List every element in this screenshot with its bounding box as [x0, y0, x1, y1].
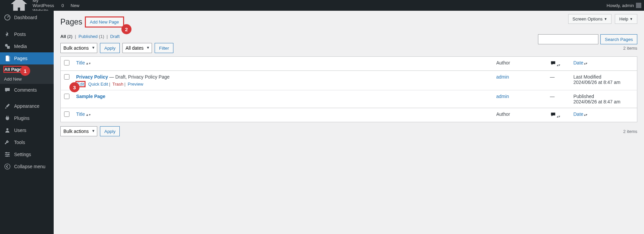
- table-row: Sample Page admin — Published 2024/06/26…: [61, 90, 637, 108]
- new-label: New: [71, 3, 79, 8]
- row-actions: Edit Quick Edit| Trash| Preview: [76, 82, 490, 87]
- chevron-down-icon: ▼: [604, 17, 607, 21]
- row-action-preview[interactable]: Preview: [128, 82, 143, 87]
- sidebar-item-dashboard[interactable]: Dashboard: [0, 11, 54, 24]
- apply-button-bottom[interactable]: Apply: [100, 126, 120, 136]
- dashboard-label: Dashboard: [14, 15, 37, 20]
- collapse-label: Collapse menu: [14, 164, 45, 169]
- row-checkbox[interactable]: [64, 74, 69, 80]
- media-label: Media: [14, 44, 27, 49]
- annotation-callout-2: 2: [121, 24, 131, 34]
- pages-icon: [4, 55, 11, 62]
- svg-point-7: [6, 155, 8, 157]
- avatar-icon: [636, 3, 641, 8]
- screen-options-button[interactable]: Screen Options ▼: [568, 14, 612, 24]
- sidebar-item-collapse[interactable]: Collapse menu: [0, 160, 54, 173]
- sidebar-item-posts[interactable]: Posts: [0, 28, 54, 40]
- plugins-label: Plugins: [14, 115, 30, 121]
- search-input[interactable]: [538, 34, 598, 44]
- wrench-icon: [4, 139, 11, 146]
- date-time: 2024/06/26 at 8:47 am: [574, 80, 634, 85]
- collapse-icon: [4, 163, 11, 170]
- select-all-bottom[interactable]: [64, 111, 69, 117]
- column-comments[interactable]: ▴▾: [547, 57, 570, 71]
- media-icon: [4, 43, 11, 50]
- brush-icon: [4, 103, 11, 109]
- page-title-link[interactable]: Privacy Policy: [76, 74, 108, 80]
- sidebar-item-appearance[interactable]: Appearance: [0, 100, 54, 112]
- column-comments-foot[interactable]: ▴▾: [547, 108, 570, 122]
- admin-topbar: My WordPress Website 0 New Howdy, admin: [0, 0, 644, 11]
- author-link[interactable]: admin: [496, 74, 509, 80]
- sort-icon: ▲▾: [86, 113, 91, 116]
- help-label: Help: [619, 16, 628, 21]
- posts-label: Posts: [14, 32, 26, 37]
- comments-cell: —: [547, 90, 570, 108]
- plug-icon: [4, 115, 11, 122]
- svg-point-8: [5, 164, 10, 169]
- sort-icon: ▴▾: [557, 63, 560, 67]
- column-date-foot[interactable]: Date▴▾: [574, 111, 588, 117]
- column-author-foot: Author: [493, 108, 547, 122]
- annotation-callout-3: 3: [69, 82, 79, 92]
- page-title-link[interactable]: Sample Page: [76, 94, 105, 99]
- new-link[interactable]: New: [69, 3, 79, 8]
- help-button[interactable]: Help ▼: [615, 14, 637, 24]
- sidebar-item-users[interactable]: Users: [0, 124, 54, 136]
- bulk-actions-select-bottom[interactable]: Bulk actions: [60, 126, 97, 136]
- sidebar-sub-add-new[interactable]: Add New: [0, 74, 54, 84]
- table-row: Privacy Policy — Draft, Privacy Policy P…: [61, 71, 637, 90]
- sidebar-item-media[interactable]: Media: [0, 40, 54, 52]
- sort-icon: ▴▾: [557, 114, 560, 118]
- date-time: 2024/06/26 at 8:47 am: [574, 99, 634, 104]
- admin-sidebar: Dashboard Posts Media Pages All Pages 1 …: [0, 11, 54, 234]
- page-title: Pages: [60, 17, 82, 27]
- comments-link[interactable]: 0: [59, 3, 64, 8]
- filter-all[interactable]: All (2): [60, 34, 72, 39]
- sort-icon: ▲▾: [86, 61, 91, 65]
- settings-label: Settings: [14, 152, 31, 157]
- sidebar-item-plugins[interactable]: Plugins: [0, 112, 54, 124]
- column-author: Author: [493, 57, 547, 71]
- bulk-actions-select-top[interactable]: Bulk actions: [60, 43, 97, 53]
- screen-options-label: Screen Options: [573, 16, 603, 21]
- pages-label: Pages: [14, 56, 28, 61]
- items-count-bottom: 2 items: [623, 129, 637, 134]
- sort-icon: ▴▾: [584, 61, 587, 65]
- select-all-top[interactable]: [64, 60, 69, 65]
- sort-icon: ▴▾: [584, 113, 587, 116]
- date-filter-select[interactable]: All dates: [122, 43, 152, 53]
- row-action-trash[interactable]: Trash: [112, 82, 123, 87]
- date-status: Published: [574, 94, 634, 99]
- date-status: Last Modified: [574, 74, 634, 80]
- svg-point-4: [6, 128, 8, 130]
- filter-draft[interactable]: Draft: [110, 34, 119, 39]
- svg-point-5: [6, 152, 7, 153]
- pin-icon: [4, 31, 11, 38]
- sidebar-sub-all-pages[interactable]: All Pages 1: [0, 64, 54, 74]
- dashboard-icon: [4, 14, 11, 21]
- search-pages-button[interactable]: Search Pages: [600, 34, 637, 44]
- comment-icon: [4, 87, 11, 93]
- sliders-icon: [4, 151, 11, 158]
- howdy-link[interactable]: Howdy, admin: [607, 3, 641, 8]
- add-new-page-button[interactable]: Add New Page: [86, 17, 123, 27]
- sidebar-item-pages[interactable]: Pages: [0, 52, 54, 64]
- filter-button[interactable]: Filter: [155, 43, 173, 53]
- column-title-foot[interactable]: Title▲▾: [76, 111, 91, 117]
- pages-table: Title▲▾ Author ▴▾ Date▴▾ Privacy Policy …: [60, 56, 637, 122]
- items-count-top: 2 items: [623, 46, 637, 51]
- comments-count: 0: [61, 3, 64, 8]
- author-link[interactable]: admin: [496, 94, 509, 99]
- sidebar-item-tools[interactable]: Tools: [0, 136, 54, 148]
- column-date[interactable]: Date▴▾: [574, 60, 588, 65]
- column-title[interactable]: Title▲▾: [76, 60, 91, 65]
- row-action-quick-edit[interactable]: Quick Edit: [88, 82, 108, 87]
- row-checkbox[interactable]: [64, 94, 69, 99]
- users-label: Users: [14, 128, 26, 133]
- sidebar-item-comments[interactable]: Comments: [0, 84, 54, 96]
- chevron-down-icon: ▼: [630, 17, 633, 21]
- sidebar-item-settings[interactable]: Settings: [0, 148, 54, 160]
- apply-button-top[interactable]: Apply: [100, 43, 120, 53]
- filter-published[interactable]: Published (1): [78, 34, 104, 39]
